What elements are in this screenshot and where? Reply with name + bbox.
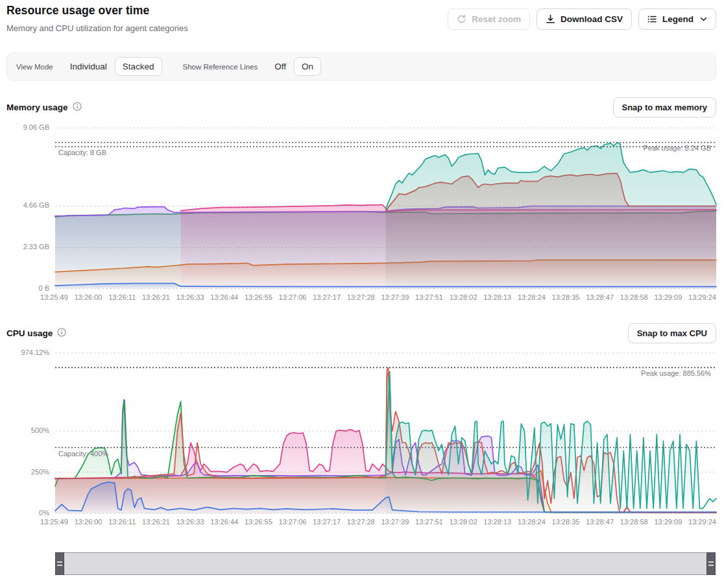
chevron-down-icon	[700, 17, 707, 21]
info-icon	[73, 102, 82, 114]
memory-section-title: Memory usage	[6, 103, 68, 112]
x-axis-tick-label: 13:25:49	[40, 293, 68, 301]
reset-zoom-button[interactable]: Reset zoom	[448, 8, 530, 30]
x-axis-tick-label: 13:26:21	[142, 518, 170, 526]
x-axis-tick-label: 13:27:17	[313, 293, 341, 301]
download-icon	[546, 14, 555, 24]
x-axis-tick-label: 13:28:02	[450, 518, 477, 526]
x-axis-tick-label: 13:25:49	[40, 518, 68, 526]
x-axis-tick-label: 13:27:06	[279, 518, 307, 526]
x-axis-tick-label: 13:27:39	[381, 293, 409, 301]
y-axis-tick-label: 250%	[4, 468, 49, 476]
x-axis-tick-label: 13:26:44	[210, 293, 238, 301]
series-area-teal	[386, 143, 717, 289]
series-area-teal	[386, 375, 717, 513]
toolbar: Reset zoom Download CSV Legend	[448, 8, 716, 30]
y-axis-tick-label: 4.66 GB	[4, 201, 49, 209]
y-axis-tick-label: 500%	[4, 426, 49, 434]
reference-line-label: Peak usage: 8.24 GB	[643, 144, 711, 152]
x-axis-tick-label: 13:28:58	[620, 293, 648, 301]
x-axis-tick-label: 13:26:00	[75, 293, 103, 301]
x-axis-tick-label: 13:28:02	[450, 293, 477, 301]
x-axis-tick-label: 13:29:09	[654, 518, 682, 526]
reference-line-label: Capacity: 400%	[58, 450, 108, 458]
download-csv-label: Download CSV	[561, 14, 623, 24]
reference-lines-on-button[interactable]: On	[294, 57, 321, 76]
x-axis-tick-label: 13:28:13	[483, 293, 511, 301]
y-axis-tick-label: 974.12%	[4, 349, 49, 356]
x-axis-tick-label: 13:26:55	[245, 518, 272, 526]
reference-line-label: Capacity: 8 GB	[58, 149, 106, 156]
cpu-section-title: CPU usage	[6, 328, 53, 338]
x-axis-tick-label: 13:28:13	[483, 518, 511, 526]
memory-chart-plot[interactable]	[55, 125, 716, 289]
view-controls-bar: View Mode Individual Stacked Show Refere…	[6, 53, 716, 80]
brush-right-handle[interactable]	[706, 552, 716, 575]
y-axis-tick-label: 0 B	[4, 284, 49, 292]
cpu-section-header: CPU usage Snap to max CPU	[6, 323, 716, 343]
snap-to-max-cpu-button[interactable]: Snap to max CPU	[628, 323, 716, 343]
info-icon	[57, 328, 66, 339]
download-csv-button[interactable]: Download CSV	[537, 8, 632, 30]
x-axis-tick-label: 13:27:51	[415, 518, 443, 526]
cpu-x-axis: 13:25:4913:26:0013:26:1113:26:2113:26:33…	[40, 518, 716, 526]
reference-lines-label: Show Reference Lines	[183, 63, 258, 71]
brush-left-handle[interactable]	[55, 552, 64, 575]
x-axis-tick-label: 13:29:24	[688, 293, 716, 301]
x-axis-tick-label: 13:28:24	[518, 293, 546, 301]
x-axis-tick-label: 13:29:24	[688, 518, 716, 526]
y-axis-tick-label: 2.33 GB	[4, 243, 49, 251]
x-axis-tick-label: 13:27:39	[381, 518, 409, 526]
x-axis-tick-label: 13:27:06	[279, 293, 307, 301]
cpu-chart[interactable]: 13:25:4913:26:0013:26:1113:26:2113:26:33…	[55, 350, 716, 513]
page-title: Resource usage over time	[6, 4, 149, 18]
x-axis-tick-label: 13:28:35	[552, 518, 580, 526]
snap-to-max-memory-button[interactable]: Snap to max memory	[613, 97, 717, 117]
page-subtitle: Memory and CPU utilization for agent cat…	[6, 23, 188, 33]
list-icon	[647, 14, 657, 24]
x-axis-tick-label: 13:27:28	[347, 518, 375, 526]
x-axis-tick-label: 13:28:24	[518, 518, 546, 526]
x-axis-tick-label: 13:26:33	[176, 518, 204, 526]
x-axis-tick-label: 13:26:11	[108, 293, 136, 301]
x-axis-tick-label: 13:28:47	[586, 293, 614, 301]
y-axis-tick-label: 9.06 GB	[4, 123, 49, 131]
x-axis-tick-label: 13:27:28	[347, 293, 375, 301]
memory-chart[interactable]: 13:25:4913:26:0013:26:1113:26:2113:26:33…	[55, 125, 716, 289]
x-axis-tick-label: 13:28:35	[552, 293, 580, 301]
reference-lines-off-button[interactable]: Off	[267, 57, 294, 76]
y-axis-tick-label: 0%	[4, 509, 49, 517]
view-mode-label: View Mode	[16, 63, 53, 71]
view-mode-stacked-button[interactable]: Stacked	[115, 57, 162, 76]
cpu-chart-plot[interactable]	[55, 350, 716, 513]
legend-button[interactable]: Legend	[638, 8, 716, 30]
refresh-icon	[457, 14, 466, 24]
x-axis-tick-label: 13:26:44	[210, 518, 238, 526]
memory-section-header: Memory usage Snap to max memory	[6, 97, 716, 117]
reset-zoom-label: Reset zoom	[472, 14, 521, 24]
x-axis-tick-label: 13:28:58	[620, 518, 648, 526]
time-range-scrollbar[interactable]	[55, 552, 716, 575]
x-axis-tick-label: 13:26:11	[108, 518, 136, 526]
x-axis-tick-label: 13:26:33	[176, 293, 204, 301]
x-axis-tick-label: 13:26:21	[142, 293, 170, 301]
x-axis-tick-label: 13:26:55	[245, 293, 272, 301]
view-mode-individual-button[interactable]: Individual	[62, 57, 115, 76]
x-axis-tick-label: 13:29:09	[654, 293, 682, 301]
memory-x-axis: 13:25:4913:26:0013:26:1113:26:2113:26:33…	[40, 293, 716, 301]
legend-label: Legend	[662, 14, 694, 24]
x-axis-tick-label: 13:27:51	[415, 293, 443, 301]
reference-line-label: Peak usage: 885.56%	[641, 369, 711, 377]
x-axis-tick-label: 13:27:17	[313, 518, 341, 526]
x-axis-tick-label: 13:26:00	[75, 518, 103, 526]
x-axis-tick-label: 13:28:47	[586, 518, 614, 526]
resource-usage-page: Resource usage over time Memory and CPU …	[0, 0, 724, 588]
